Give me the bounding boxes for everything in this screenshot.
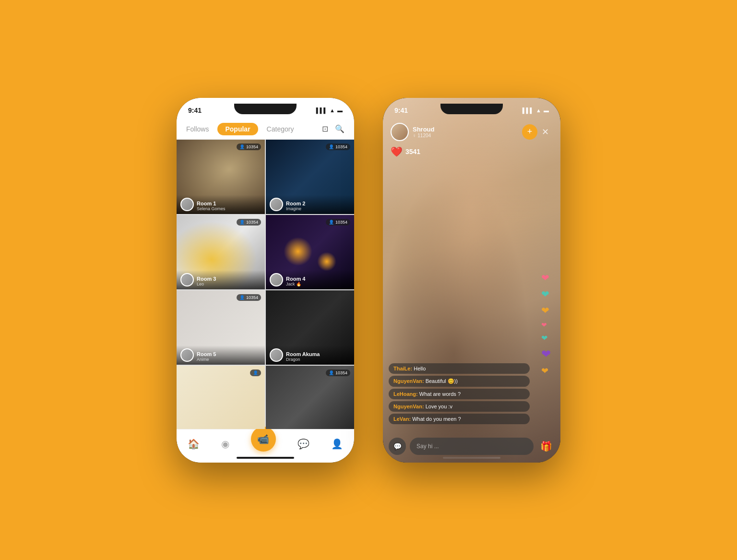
chat-icon-button[interactable]: 💬 [389,438,406,455]
viewer-badge-8: 👤 10354 [326,369,350,376]
room-card-2[interactable]: 👤 10354 Room 2 Imagine [266,140,354,214]
room-avatar-5 [180,348,194,362]
expand-icon[interactable]: ⊡ [322,124,328,133]
status-icons: ▌▌▌ ▲ ▬ [316,107,343,113]
chat-message-3: LeHoang: What are words ? [389,389,530,399]
person-icon: 👤 [239,144,245,149]
gift-button[interactable]: 🎁 [537,438,555,455]
chat-text-5: What do you meen ? [412,416,461,422]
room-name-3: Room 3 [197,276,261,282]
chat-message-1: ThaiLe: Hello [389,363,530,374]
live-streamer-info: Shroud ♀ 11204 [413,126,435,138]
gift-icon: 🎁 [540,441,552,452]
float-heart-1: ❤ [541,272,551,284]
status-icons-live: ▌▌▌ ▲ ▬ [523,107,549,113]
close-button[interactable]: ✕ [537,124,553,140]
tab-follows[interactable]: Follows [186,123,209,135]
room-card-8[interactable]: 👤 10354 [266,366,354,429]
chat-text-3: What are words ? [419,391,461,397]
comment-icon: 💬 [393,442,402,450]
likes-count: 3541 [405,148,420,155]
float-heart-5: ❤ [541,334,551,343]
wifi-icon: ▲ [330,107,335,113]
room-host-1: Selena Gomes [197,206,261,211]
heart-icon: ❤️ [391,146,403,157]
person-icon: 👤 [239,295,245,300]
room-name-4: Room 4 [286,276,350,282]
float-heart-4: ❤ [541,321,551,329]
nav-profile[interactable]: 👤 [331,438,343,450]
chat-user-2: NguyenVan: [393,378,424,384]
room-card-4[interactable]: 👤 10354 Room 4 Jack 🔥 [266,215,354,289]
status-time-live: 9:41 [394,107,408,114]
room-card-7[interactable]: 👤 [177,366,265,429]
live-header: Shroud ♀ 11204 + ✕ [383,119,560,145]
room-name-2: Room 2 [286,201,350,206]
app-background: 9:41 ▌▌▌ ▲ ▬ Follows Popular Category [0,0,737,560]
float-heart-3: ❤ [541,305,551,316]
room-host-2: Imagine [286,206,350,211]
nav-tabs: Follows Popular Category ⊡ 🔍 [177,119,354,140]
viewer-badge-5: 👤 10354 [237,294,261,301]
room-card-5[interactable]: 👤 10354 Room 5 Anime [177,290,265,365]
nav-discover[interactable]: ◉ [221,438,229,450]
viewer-badge-7: 👤 [250,369,261,376]
person-icon: 👤 [253,370,258,375]
chat-text-4: Love you :v [426,404,452,409]
person-icon: 👤 [329,220,334,225]
chat-user-5: LeVan: [393,416,411,422]
viewer-badge-1: 👤 10354 [237,143,261,150]
phone-live: 9:41 ▌▌▌ ▲ ▬ Shroud ♀ [383,98,560,463]
room-card-1[interactable]: 👤 10354 Room 1 Selena Gomes [177,140,265,214]
room-avatar-4 [270,273,283,286]
tab-category[interactable]: Category [267,123,294,135]
live-profile: Shroud ♀ 11204 [391,123,518,141]
chat-text-2: Beautiful 😊)) [426,378,458,384]
person-icon: 👤 [329,144,334,149]
wifi-icon: ▲ [536,107,541,113]
live-avatar [391,123,409,141]
nav-home[interactable]: 🏠 [188,438,200,450]
room-name-5: Room 5 [197,351,261,357]
live-follower-count: ♀ 11204 [413,133,435,138]
room-avatar-6 [270,348,283,362]
search-icon[interactable]: 🔍 [335,124,345,133]
tab-popular[interactable]: Popular [217,123,258,135]
viewer-badge-3: 👤 10354 [237,219,261,226]
phone-notch-2 [440,104,503,114]
record-icon: 📹 [257,433,269,445]
floating-hearts: ❤ ❤ ❤ ❤ ❤ ❤ ❤ [541,272,551,376]
chat-user-4: NguyenVan: [393,404,424,409]
follow-button[interactable]: + [522,124,537,140]
rooms-grid: 👤 10354 Room 1 Selena Gomes [177,140,354,429]
person-icon: 👤 [239,220,245,225]
room-avatar-3 [180,273,194,286]
signal-icon: ▌▌▌ [523,107,534,113]
nav-record[interactable]: 📹 [251,427,276,452]
room-host-3: Leo [197,282,261,286]
room-host-5: Anime [197,357,261,362]
room-card-6[interactable]: Room Akuma Dragon [266,290,354,365]
float-heart-6: ❤ [541,347,551,361]
room-avatar-1 [180,198,194,211]
room-card-3[interactable]: 👤 10354 Room 3 Leo [177,215,265,289]
nav-chat[interactable]: 💬 [297,438,309,450]
live-chat: ThaiLe: Hello NguyenVan: Beautiful 😊)) L… [383,363,560,424]
phone-browse: 9:41 ▌▌▌ ▲ ▬ Follows Popular Category [177,98,354,463]
home-indicator [237,457,294,459]
chat-text-1: Hello [414,366,426,371]
signal-icon: ▌▌▌ [316,107,327,113]
room-avatar-2 [270,198,283,211]
live-likes: ❤️ 3541 [391,146,420,157]
float-heart-7: ❤ [541,366,551,376]
person-icon: 👤 [329,370,334,375]
chat-input[interactable]: Say hi ... [410,438,534,455]
chat-user-3: LeHoang: [393,391,418,397]
phone-notch [234,104,297,114]
chat-user-1: ThaiLe: [393,366,412,371]
room-name-1: Room 1 [197,201,261,206]
chat-message-2: NguyenVan: Beautiful 😊)) [389,376,530,387]
room-host-6: Dragon [286,357,350,362]
chat-message-4: NguyenVan: Love you :v [389,401,530,412]
room-name-6: Room Akuma [286,351,350,357]
